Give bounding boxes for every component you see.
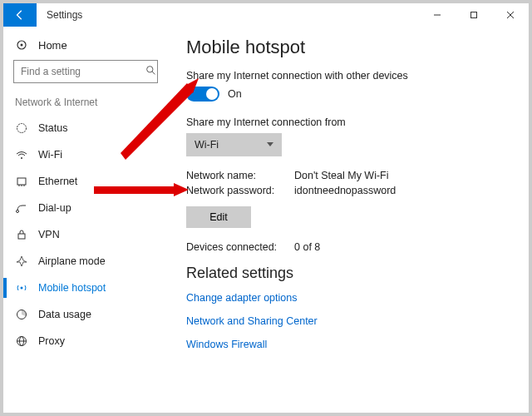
home-label: Home [38, 39, 67, 52]
maximize-icon [470, 11, 478, 19]
network-password-label: Network password: [186, 185, 294, 196]
svg-point-14 [17, 210, 19, 213]
svg-line-7 [152, 72, 155, 74]
sidebar-item-airplane[interactable]: Airplane mode [13, 248, 158, 275]
back-button[interactable] [3, 3, 37, 27]
svg-point-9 [21, 157, 22, 159]
vpn-icon [15, 228, 28, 241]
sidebar-item-label: Mobile hotspot [38, 282, 106, 294]
home-nav[interactable]: Home [13, 35, 158, 60]
sidebar-item-datausage[interactable]: Data usage [13, 301, 158, 328]
svg-rect-1 [471, 12, 477, 18]
network-password-value: idontneednopassword [294, 185, 396, 196]
hotspot-toggle[interactable] [186, 87, 219, 102]
sidebar-item-label: Ethernet [38, 176, 77, 187]
datausage-icon [15, 308, 28, 321]
main-content: Mobile hotspot Share my Internet connect… [168, 27, 529, 413]
sidebar-item-label: Wi-Fi [38, 149, 62, 161]
network-name-value: Don't Steal My Wi-Fi [294, 170, 389, 181]
search-field[interactable] [21, 66, 145, 77]
share-from-value: Wi-Fi [195, 139, 219, 151]
related-settings-heading: Related settings [186, 265, 510, 282]
proxy-icon [15, 334, 28, 348]
gear-icon [15, 38, 28, 52]
svg-point-8 [17, 124, 27, 133]
ethernet-icon [15, 175, 28, 188]
share-from-label: Share my Internet connection from [186, 116, 510, 128]
dialup-icon [15, 201, 28, 215]
section-label: Network & Internet [13, 95, 158, 115]
toggle-state-label: On [228, 88, 242, 100]
minimize-icon [433, 11, 441, 19]
devices-connected-value: 0 of 8 [294, 241, 320, 253]
sidebar-item-vpn[interactable]: VPN [13, 221, 158, 248]
share-from-dropdown[interactable]: Wi-Fi [186, 133, 282, 156]
maximize-button[interactable] [456, 3, 492, 27]
page-title: Mobile hotspot [186, 37, 510, 58]
svg-rect-10 [17, 178, 26, 185]
svg-point-5 [21, 44, 23, 47]
svg-point-6 [147, 67, 153, 72]
sidebar-item-label: VPN [38, 229, 60, 240]
status-icon [15, 121, 28, 135]
sidebar-item-ethernet[interactable]: Ethernet [13, 168, 158, 195]
minimize-button[interactable] [419, 3, 456, 27]
arrow-left-icon [14, 9, 26, 21]
sidebar-item-label: Dial-up [38, 202, 71, 214]
svg-point-16 [21, 287, 23, 290]
sidebar-item-hotspot[interactable]: Mobile hotspot [13, 275, 158, 301]
share-description: Share my Internet connection with other … [186, 70, 510, 82]
sidebar: Home Network & Internet Status Wi-Fi Eth… [3, 27, 168, 413]
link-network-sharing[interactable]: Network and Sharing Center [186, 315, 510, 327]
wifi-icon [15, 148, 28, 161]
sidebar-item-status[interactable]: Status [13, 115, 158, 141]
search-input[interactable] [13, 60, 158, 83]
sidebar-item-proxy[interactable]: Proxy [13, 328, 158, 354]
sidebar-item-label: Data usage [38, 309, 91, 320]
devices-connected-label: Devices connected: [186, 241, 294, 253]
link-adapter-options[interactable]: Change adapter options [186, 292, 510, 304]
sidebar-item-label: Airplane mode [38, 255, 106, 267]
hotspot-icon [15, 281, 28, 295]
network-name-label: Network name: [186, 170, 294, 181]
svg-rect-15 [18, 234, 25, 239]
sidebar-item-label: Proxy [38, 335, 65, 347]
link-windows-firewall[interactable]: Windows Firewall [186, 339, 510, 350]
close-button[interactable] [492, 3, 529, 27]
close-icon [506, 11, 515, 19]
window-title: Settings [37, 3, 92, 27]
sidebar-item-wifi[interactable]: Wi-Fi [13, 141, 158, 168]
titlebar: Settings [3, 3, 529, 27]
airplane-icon [15, 255, 28, 268]
search-icon [145, 64, 156, 79]
sidebar-item-dialup[interactable]: Dial-up [13, 195, 158, 221]
edit-button[interactable]: Edit [186, 206, 251, 228]
sidebar-item-label: Status [38, 122, 67, 134]
